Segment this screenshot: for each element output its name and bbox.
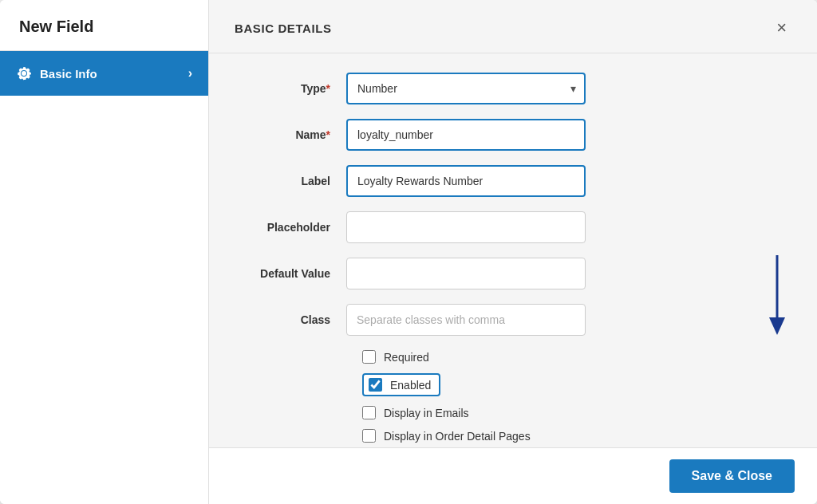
display-emails-checkbox-item: Display in Emails	[362, 406, 791, 419]
type-select[interactable]: Number Text Textarea Checkbox Radio Sele…	[346, 73, 586, 104]
display-emails-checkbox[interactable]	[362, 406, 376, 419]
type-field-group: Type* Number Text Textarea Checkbox Radi…	[235, 73, 791, 104]
type-label: Type*	[235, 82, 346, 95]
name-input[interactable]	[346, 119, 586, 151]
chevron-right-icon: ›	[188, 66, 192, 81]
class-label: Class	[235, 313, 346, 326]
sidebar-header: New Field	[0, 0, 208, 51]
class-input[interactable]	[346, 304, 586, 336]
placeholder-field-group: Placeholder	[235, 211, 791, 243]
form-area: Type* Number Text Textarea Checkbox Radi…	[209, 53, 817, 447]
gear-icon	[16, 65, 32, 81]
modal: New Field Basic Info › BASIC DETAILS ×	[0, 0, 817, 504]
sidebar-item-left: Basic Info	[16, 65, 97, 81]
required-checkbox-label[interactable]: Required	[384, 351, 429, 364]
display-order-checkbox-label[interactable]: Display in Order Detail Pages	[384, 430, 531, 443]
placeholder-label: Placeholder	[235, 221, 346, 234]
name-field-group: Name*	[235, 119, 791, 151]
section-title: BASIC DETAILS	[235, 22, 332, 35]
main-content: BASIC DETAILS × Type* Number Text Textar…	[209, 0, 817, 504]
default-value-label: Default Value	[235, 267, 346, 280]
display-emails-checkbox-label[interactable]: Display in Emails	[384, 407, 469, 419]
save-close-button[interactable]: Save & Close	[669, 459, 795, 493]
checkboxes-group: Required Enabled Display in Emails	[362, 350, 791, 443]
enabled-checkbox[interactable]	[369, 378, 382, 392]
class-field-group: Class	[235, 304, 791, 336]
sidebar-item-label: Basic Info	[40, 67, 97, 81]
required-checkbox-item: Required	[362, 350, 791, 364]
required-checkbox[interactable]	[362, 350, 376, 364]
arrow-indicator	[763, 255, 791, 338]
sidebar-item-basic-info[interactable]: Basic Info ›	[0, 51, 208, 96]
enabled-checkbox-wrapper: Enabled	[362, 373, 440, 396]
enabled-checkbox-item: Enabled	[362, 373, 791, 396]
enabled-checkbox-label[interactable]: Enabled	[390, 379, 431, 392]
name-required-star: *	[326, 128, 330, 141]
type-select-wrapper: Number Text Textarea Checkbox Radio Sele…	[346, 73, 586, 104]
main-header: BASIC DETAILS ×	[209, 0, 817, 53]
label-input[interactable]	[346, 165, 586, 197]
name-label: Name*	[235, 128, 346, 141]
svg-marker-1	[769, 317, 785, 335]
close-button[interactable]: ×	[772, 18, 791, 38]
default-value-field-group: Default Value	[235, 258, 791, 289]
sidebar: New Field Basic Info ›	[0, 0, 209, 504]
display-order-checkbox[interactable]	[362, 429, 376, 443]
placeholder-input[interactable]	[346, 211, 586, 243]
default-value-input[interactable]	[346, 258, 586, 289]
footer: Save & Close	[209, 447, 817, 504]
label-field-group: Label	[235, 165, 791, 197]
label-label: Label	[235, 175, 346, 187]
display-order-checkbox-item: Display in Order Detail Pages	[362, 429, 791, 443]
type-required-star: *	[326, 82, 330, 95]
